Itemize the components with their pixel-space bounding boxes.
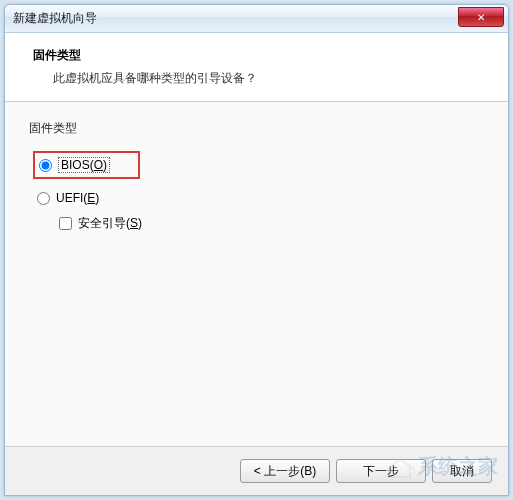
next-button[interactable]: 下一步 — [336, 459, 426, 483]
radio-uefi[interactable] — [37, 192, 50, 205]
header-title: 固件类型 — [33, 47, 488, 64]
wizard-header: 固件类型 此虚拟机应具备哪种类型的引导设备？ — [5, 33, 508, 102]
radio-bios-row[interactable]: BIOS(O) — [39, 157, 110, 173]
header-subtitle: 此虚拟机应具备哪种类型的引导设备？ — [33, 70, 488, 87]
content-area: 固件类型 BIOS(O) UEFI(E) 安全引导(S) — [5, 102, 508, 446]
radio-uefi-label[interactable]: UEFI(E) — [56, 191, 99, 205]
wizard-window: 新建虚拟机向导 ✕ 固件类型 此虚拟机应具备哪种类型的引导设备？ 固件类型 BI… — [4, 4, 509, 496]
radio-bios[interactable] — [39, 159, 52, 172]
radio-uefi-row[interactable]: UEFI(E) — [37, 191, 484, 205]
cancel-button[interactable]: 取消 — [432, 459, 492, 483]
close-button[interactable]: ✕ — [458, 7, 504, 27]
secure-boot-row[interactable]: 安全引导(S) — [59, 215, 484, 232]
radio-bios-label[interactable]: BIOS(O) — [58, 157, 110, 173]
checkbox-secure-boot[interactable] — [59, 217, 72, 230]
bios-highlight: BIOS(O) — [33, 151, 140, 179]
group-label: 固件类型 — [29, 120, 484, 137]
window-title: 新建虚拟机向导 — [13, 10, 97, 27]
button-bar: < 上一步(B) 下一步 取消 系统之家 — [5, 446, 508, 495]
titlebar: 新建虚拟机向导 ✕ — [5, 5, 508, 33]
secure-boot-label[interactable]: 安全引导(S) — [78, 215, 142, 232]
close-icon: ✕ — [477, 12, 485, 23]
back-button[interactable]: < 上一步(B) — [240, 459, 330, 483]
